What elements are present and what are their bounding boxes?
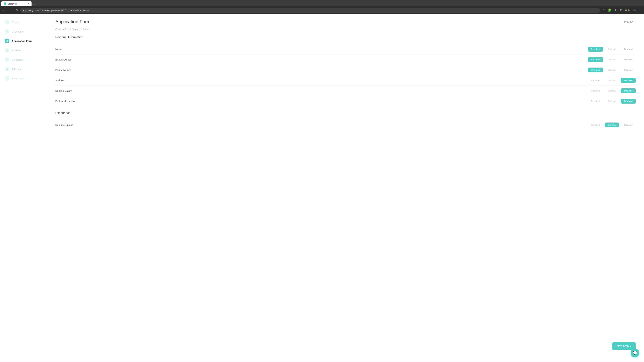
sidebar-item-label: Hiring Team: [12, 77, 25, 80]
incognito-icon: 🕵: [625, 9, 628, 11]
sidebar-item-label: Screening: [12, 58, 23, 61]
field-name: Resume Upload: [55, 123, 74, 126]
step-circle: 7: [5, 76, 10, 81]
sidebar: 1Details2Description3Application Form4Pi…: [0, 14, 47, 353]
field-name: Phone Number: [55, 68, 72, 71]
sidebar-item-pipeline[interactable]: 4Pipeline: [0, 45, 47, 55]
sidebar-item-advertise[interactable]: 6Advertise: [0, 64, 47, 74]
download-btn[interactable]: ⬇: [614, 8, 618, 13]
refresh-btn[interactable]: ↻: [14, 8, 19, 13]
field-name: Name: [55, 48, 62, 51]
field-name: Desired Salary: [55, 89, 72, 92]
form-row: Email AddressRequiredOptionalDisabled: [55, 54, 636, 65]
form-row: NameRequiredOptionalDisabled: [55, 44, 636, 54]
incognito-label: Incognito: [628, 9, 636, 11]
sidebar-item-screening[interactable]: 5Screening: [0, 55, 47, 64]
form-row: Desired SalaryRequiredOptionalDisabled: [55, 86, 636, 96]
next-step-btn[interactable]: Next Step ›: [612, 342, 636, 350]
field-controls: RequiredOptionalDisabled: [588, 88, 636, 93]
btn-required[interactable]: Required: [588, 99, 603, 104]
step-circle: 6: [5, 67, 10, 71]
btn-optional[interactable]: Optional: [605, 88, 619, 93]
browser-actions: ☆ 🧩 ⬇ ⊟ 🕵 Incognito ⋮: [602, 8, 642, 13]
btn-disabled[interactable]: Disabled: [621, 78, 636, 83]
address-bar[interactable]: app.breezy.hr/app/c/moodjoy/positions/59…: [20, 8, 600, 13]
btn-disabled[interactable]: Disabled: [621, 88, 636, 93]
btn-optional[interactable]: Optional: [605, 57, 619, 62]
step-circle: 5: [5, 57, 10, 62]
preview-label: Preview: [624, 20, 632, 23]
section-personal-information: Personal InformationNameRequiredOptional…: [55, 35, 636, 106]
field-controls: RequiredOptionalDisabled: [588, 67, 636, 72]
btn-required[interactable]: Required: [588, 78, 603, 83]
extensions-btn[interactable]: 🧩: [607, 8, 612, 13]
btn-optional[interactable]: Optional: [605, 67, 619, 72]
form-row: Resume UploadRequiredOptionalDisabled: [55, 120, 636, 130]
btn-required[interactable]: Required: [588, 67, 603, 72]
next-step-arrow: ›: [630, 345, 631, 348]
address-bar-row: ← → ↻ app.breezy.hr/app/c/moodjoy/positi…: [0, 6, 644, 14]
next-step-label: Next Step: [617, 345, 628, 348]
section-experience: ExperienceResume UploadRequiredOptionalD…: [55, 111, 636, 130]
field-controls: RequiredOptionalDisabled: [588, 57, 636, 62]
btn-required[interactable]: Required: [588, 88, 603, 93]
sidebar-item-label: Description: [12, 30, 24, 33]
btn-required[interactable]: Required: [588, 47, 603, 52]
btn-required[interactable]: Required: [588, 57, 603, 62]
btn-disabled[interactable]: Disabled: [621, 99, 636, 104]
field-controls: RequiredOptionalDisabled: [588, 47, 636, 52]
form-row: Phone NumberRequiredOptionalDisabled: [55, 65, 636, 75]
btn-optional[interactable]: Optional: [605, 47, 619, 52]
tab-bar: Breezy HR × +: [0, 0, 644, 6]
field-name: Preferred Location: [55, 100, 76, 103]
sidebar-item-label: Details: [12, 21, 20, 24]
main-content: Application Form Preview ↗ Careers Site …: [47, 14, 644, 339]
sidebar-btn[interactable]: ⊟: [619, 8, 623, 13]
step-circle: 4: [5, 48, 10, 53]
section-title: Personal Information: [55, 35, 636, 41]
back-btn[interactable]: ←: [2, 8, 7, 13]
field-name: Email Address: [55, 58, 72, 61]
field-name: Address: [55, 79, 64, 82]
bottom-bar: Next Step ›: [47, 339, 644, 353]
external-link-icon: ↗: [634, 20, 636, 23]
field-controls: RequiredOptionalDisabled: [588, 99, 636, 104]
btn-disabled[interactable]: Disabled: [621, 122, 636, 127]
form-row: Preferred LocationRequiredOptionalDisabl…: [55, 96, 636, 106]
url-text: app.breezy.hr/app/c/moodjoy/positions/59…: [23, 9, 598, 11]
menu-btn[interactable]: ⋮: [638, 8, 642, 13]
sidebar-item-label: Advertise: [12, 68, 22, 70]
bookmark-btn[interactable]: ☆: [602, 8, 606, 13]
sidebar-item-label: Application Form: [12, 39, 32, 42]
btn-optional[interactable]: Optional: [605, 99, 619, 104]
subtitle-text: Careers Site or Employee Portal.: [55, 28, 636, 30]
forward-btn[interactable]: →: [8, 8, 13, 13]
page-title: Application Form: [55, 19, 90, 24]
field-controls: RequiredOptionalDisabled: [588, 122, 636, 127]
sidebar-item-application-form[interactable]: 3Application Form: [0, 36, 47, 45]
incognito-btn[interactable]: 🕵 Incognito: [625, 9, 636, 11]
sidebar-item-description[interactable]: 2Description: [0, 27, 47, 36]
active-tab[interactable]: Breezy HR ×: [1, 1, 32, 6]
step-circle: 1: [5, 20, 10, 24]
sidebar-item-details[interactable]: 1Details: [0, 17, 47, 27]
sidebar-item-label: Pipeline: [12, 49, 21, 52]
step-circle: 3: [5, 38, 10, 43]
tab-close-btn[interactable]: ×: [28, 2, 29, 5]
step-circle: 2: [5, 29, 10, 34]
sidebar-item-hiring-team[interactable]: 7Hiring Team: [0, 74, 47, 83]
btn-optional[interactable]: Optional: [605, 78, 619, 83]
chat-icon: 💬: [633, 351, 637, 353]
btn-disabled[interactable]: Disabled: [621, 47, 636, 52]
app-container: 1Details2Description3Application Form4Pi…: [0, 14, 644, 353]
btn-disabled[interactable]: Disabled: [621, 57, 636, 62]
btn-optional[interactable]: Optional: [605, 122, 619, 127]
tab-title: Breezy HR: [8, 2, 18, 5]
page-header: Application Form Preview ↗: [55, 19, 636, 24]
tab-favicon: [4, 2, 6, 5]
new-tab-btn[interactable]: +: [32, 2, 36, 6]
section-title: Experience: [55, 111, 636, 116]
preview-link[interactable]: Preview ↗: [624, 20, 636, 23]
btn-required[interactable]: Required: [588, 122, 603, 127]
btn-disabled[interactable]: Disabled: [621, 67, 636, 72]
